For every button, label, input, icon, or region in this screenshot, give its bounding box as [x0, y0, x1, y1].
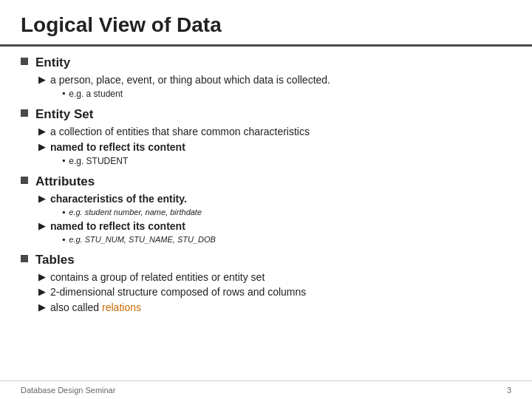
sub-item-entity-set-1: ▶named to reflect its content▪e.g. STUDE… — [38, 140, 511, 168]
sub-text-tables-2: also called relations — [50, 301, 141, 316]
footer: Database Design Seminar 3 — [0, 381, 532, 399]
arrow-icon: ▶ — [38, 301, 46, 313]
sub-item-tables-2: ▶also called relations — [38, 301, 511, 316]
section-content-tables: Tables▶contains a group of related entit… — [35, 251, 511, 316]
arrow-icon: ▶ — [38, 193, 46, 204]
section-title-attributes: Attributes — [35, 173, 511, 191]
sub-sub-item-entity-0-0: ▪e.g. a student — [62, 88, 330, 100]
sub-sub-item-attributes-1-0: ▪e.g. STU_NUM, STU_NAME, STU_DOB — [62, 234, 216, 245]
sub-item-entity-set-0: ▶a collection of entities that share com… — [38, 125, 511, 140]
sub-sub-text-attributes-0-0: e.g. student number, name, birthdate — [69, 207, 202, 218]
footer-page: 3 — [507, 386, 511, 395]
arrow-icon: ▶ — [38, 74, 46, 85]
title-bar: Logical View of Data — [0, 0, 532, 47]
sub-sub-item-attributes-0-0: ▪e.g. student number, name, birthdate — [62, 207, 202, 218]
dash-icon: ▪ — [62, 155, 65, 166]
sub-item-tables-1: ▶2-dimensional structure composed of row… — [38, 285, 511, 300]
sub-item-attributes-1: ▶named to reflect its content▪e.g. STU_N… — [38, 219, 511, 246]
sub-item-tables-0: ▶contains a group of related entities or… — [38, 270, 511, 285]
highlight-text: relations — [102, 301, 141, 313]
section-attributes: Attributes▶characteristics of the entity… — [21, 173, 511, 247]
section-title-entity-set: Entity Set — [35, 106, 511, 123]
sub-items-entity: ▶a person, place, event, or thing about … — [38, 73, 511, 100]
arrow-icon: ▶ — [38, 141, 46, 152]
bullet-icon — [21, 177, 28, 184]
sub-text-tables-0: contains a group of related entities or … — [50, 270, 265, 285]
sub-sub-items-attributes-1: ▪e.g. STU_NUM, STU_NAME, STU_DOB — [62, 234, 216, 245]
sub-text-entity-set-1: named to reflect its content▪e.g. STUDEN… — [50, 140, 185, 168]
content-area: Entity▶a person, place, event, or thing … — [0, 47, 532, 381]
section-title-entity: Entity — [35, 54, 511, 72]
sub-text-tables-1: 2-dimensional structure composed of rows… — [50, 285, 306, 300]
bullet-icon — [21, 255, 28, 262]
sub-text-entity-0: a person, place, event, or thing about w… — [50, 73, 330, 100]
sub-item-attributes-0: ▶characteristics of the entity.▪e.g. stu… — [38, 192, 511, 219]
dash-icon: ▪ — [62, 234, 65, 245]
bullet-icon — [21, 109, 28, 117]
sub-sub-item-entity-set-1-0: ▪e.g. STUDENT — [62, 155, 185, 168]
section-content-attributes: Attributes▶characteristics of the entity… — [35, 173, 511, 247]
arrow-icon: ▶ — [38, 286, 46, 297]
sub-sub-items-entity-set-1: ▪e.g. STUDENT — [62, 155, 185, 168]
sub-sub-text-entity-0-0: e.g. a student — [69, 88, 123, 100]
sub-text-entity-set-0: a collection of entities that share comm… — [50, 125, 310, 140]
slide: Logical View of Data Entity▶a person, pl… — [0, 0, 532, 399]
sub-items-attributes: ▶characteristics of the entity.▪e.g. stu… — [38, 192, 511, 246]
arrow-icon: ▶ — [38, 271, 46, 282]
dash-icon: ▪ — [62, 207, 65, 217]
footer-left: Database Design Seminar — [21, 386, 115, 395]
bullet-icon — [21, 58, 28, 65]
slide-title: Logical View of Data — [21, 13, 511, 37]
sub-text-attributes-0: characteristics of the entity.▪e.g. stud… — [50, 192, 202, 219]
arrow-icon: ▶ — [38, 126, 46, 137]
dash-icon: ▪ — [62, 88, 65, 98]
sub-sub-text-attributes-1-0: e.g. STU_NUM, STU_NAME, STU_DOB — [69, 234, 216, 245]
section-entity-set: Entity Set▶a collection of entities that… — [21, 106, 511, 168]
sub-items-tables: ▶contains a group of related entities or… — [38, 270, 511, 316]
sub-text-attributes-1: named to reflect its content▪e.g. STU_NU… — [50, 219, 216, 246]
section-content-entity: Entity▶a person, place, event, or thing … — [35, 54, 511, 101]
section-tables: Tables▶contains a group of related entit… — [21, 251, 511, 316]
sub-items-entity-set: ▶a collection of entities that share com… — [38, 125, 511, 168]
sub-sub-text-entity-set-1-0: e.g. STUDENT — [69, 155, 128, 168]
sub-sub-items-entity-0: ▪e.g. a student — [62, 88, 330, 100]
sub-sub-items-attributes-0: ▪e.g. student number, name, birthdate — [62, 207, 202, 218]
section-entity: Entity▶a person, place, event, or thing … — [21, 54, 511, 101]
arrow-icon: ▶ — [38, 220, 46, 231]
section-content-entity-set: Entity Set▶a collection of entities that… — [35, 106, 511, 168]
sub-item-entity-0: ▶a person, place, event, or thing about … — [38, 73, 511, 100]
section-title-tables: Tables — [35, 251, 511, 269]
